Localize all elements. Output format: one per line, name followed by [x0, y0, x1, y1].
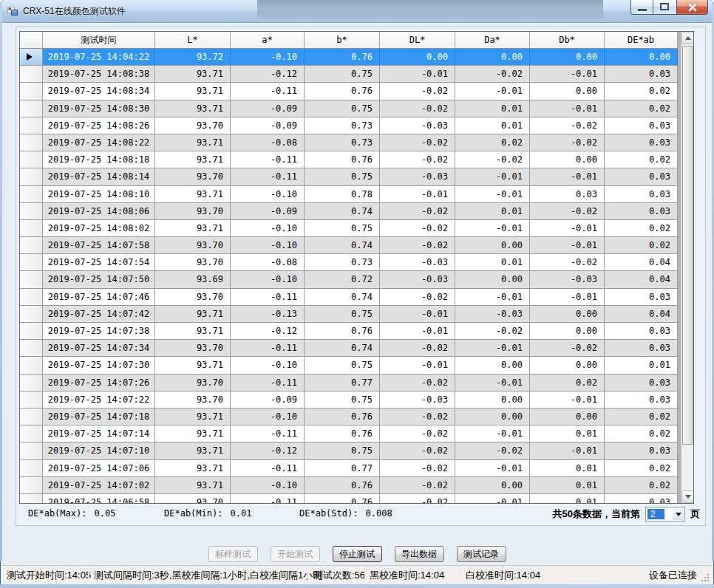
cell[interactable]: 0.02 — [605, 83, 678, 100]
cell[interactable]: -0.01 — [530, 220, 605, 237]
cell[interactable]: 0.73 — [305, 134, 380, 151]
cell[interactable]: 0.76 — [305, 494, 380, 504]
cell[interactable]: 93.71 — [155, 357, 231, 374]
cell[interactable]: 0.03 — [605, 442, 678, 459]
cell[interactable]: 93.71 — [155, 66, 231, 83]
cell[interactable]: -0.11 — [231, 83, 305, 100]
cell[interactable]: 0.03 — [605, 134, 678, 151]
row-selector[interactable] — [20, 271, 43, 288]
table-row[interactable]: 2019-07-25 14:07:5893.70-0.100.74-0.020.… — [20, 237, 678, 254]
cell[interactable]: 0.75 — [305, 442, 380, 459]
cell[interactable]: 0.77 — [305, 375, 380, 392]
cell[interactable]: 2019-07-25 14:08:18 — [43, 151, 155, 168]
row-selector[interactable] — [20, 66, 43, 83]
table-row[interactable]: 2019-07-25 14:08:1493.70-0.110.75-0.03-0… — [20, 168, 678, 185]
cell[interactable]: 93.70 — [155, 117, 231, 134]
row-selector[interactable] — [20, 289, 43, 306]
cell[interactable]: 93.70 — [155, 289, 231, 306]
cell[interactable]: -0.09 — [231, 117, 305, 134]
table-row[interactable]: 2019-07-25 14:07:5093.69-0.100.72-0.030.… — [20, 271, 678, 288]
row-selector[interactable] — [20, 151, 43, 168]
column-header-4[interactable]: DL* — [380, 32, 455, 49]
cell[interactable]: -0.11 — [231, 460, 305, 477]
column-header-6[interactable]: Db* — [530, 32, 605, 49]
cell[interactable]: 93.71 — [155, 425, 231, 442]
cell[interactable]: 2019-07-25 14:08:02 — [43, 220, 155, 237]
table-row[interactable]: 2019-07-25 14:07:2293.70-0.090.75-0.030.… — [20, 392, 678, 408]
cell[interactable]: 93.71 — [155, 151, 231, 168]
cell[interactable]: -0.01 — [530, 237, 605, 254]
page-select[interactable]: 2 — [645, 507, 685, 522]
cell[interactable]: -0.02 — [455, 66, 530, 83]
cell[interactable]: 0.75 — [305, 392, 380, 408]
cell[interactable]: 0.00 — [530, 83, 605, 100]
cell[interactable]: 0.72 — [305, 271, 380, 288]
cell[interactable]: 0.02 — [605, 237, 678, 254]
cell[interactable]: 0.75 — [305, 66, 380, 83]
table-row[interactable]: 2019-07-25 14:08:2693.70-0.090.73-0.030.… — [20, 117, 678, 134]
cell[interactable]: 93.70 — [155, 237, 231, 254]
row-selector[interactable] — [20, 477, 43, 494]
cell[interactable]: 2019-07-25 14:07:30 — [43, 357, 155, 374]
cell[interactable]: 0.78 — [305, 186, 380, 203]
cell[interactable]: -0.02 — [380, 460, 455, 477]
table-row[interactable]: 2019-07-25 14:06:5893.70-0.110.76-0.02-0… — [20, 494, 678, 504]
cell[interactable]: 2019-07-25 14:07:02 — [43, 477, 155, 494]
cell[interactable]: 0.03 — [605, 289, 678, 306]
row-selector[interactable] — [20, 392, 43, 408]
cell[interactable]: 0.04 — [605, 306, 678, 323]
cell[interactable]: 0.00 — [455, 408, 530, 425]
cell[interactable]: 93.70 — [155, 392, 231, 408]
cell[interactable]: -0.01 — [455, 425, 530, 442]
row-selector[interactable] — [20, 442, 43, 459]
cell[interactable]: -0.01 — [455, 340, 530, 357]
cell[interactable]: 0.02 — [605, 408, 678, 425]
cell[interactable]: 0.02 — [605, 477, 678, 494]
cell[interactable]: -0.08 — [231, 134, 305, 151]
cell[interactable]: 2019-07-25 14:07:14 — [43, 425, 155, 442]
cell[interactable]: 2019-07-25 14:07:50 — [43, 271, 155, 288]
cell[interactable]: -0.11 — [231, 494, 305, 504]
cell[interactable]: -0.08 — [231, 254, 305, 271]
cell[interactable]: 0.75 — [305, 168, 380, 185]
cell[interactable]: 0.00 — [455, 357, 530, 374]
cell[interactable]: 93.71 — [155, 460, 231, 477]
cell[interactable]: -0.12 — [231, 66, 305, 83]
table-row[interactable]: 2019-07-25 14:07:4693.70-0.110.74-0.02-0… — [20, 289, 678, 306]
cell[interactable]: 0.75 — [305, 357, 380, 374]
cell[interactable]: 0.75 — [305, 100, 380, 117]
cell[interactable]: 0.74 — [305, 237, 380, 254]
cell[interactable]: 93.70 — [155, 494, 231, 504]
cell[interactable]: 93.70 — [155, 168, 231, 185]
cell[interactable]: -0.03 — [530, 271, 605, 288]
cell[interactable]: 93.71 — [155, 306, 231, 323]
cell[interactable]: 2019-07-25 14:07:54 — [43, 254, 155, 271]
row-selector[interactable] — [20, 460, 43, 477]
cell[interactable]: -0.01 — [530, 168, 605, 185]
cell[interactable]: -0.01 — [455, 83, 530, 100]
cell[interactable]: -0.10 — [231, 408, 305, 425]
cell[interactable]: 0.75 — [305, 220, 380, 237]
maximize-button[interactable] — [653, 0, 676, 15]
cell[interactable]: -0.10 — [231, 186, 305, 203]
cell[interactable]: -0.02 — [380, 408, 455, 425]
cell[interactable]: -0.02 — [380, 289, 455, 306]
cell[interactable]: 0.02 — [605, 460, 678, 477]
cell[interactable]: -0.02 — [380, 494, 455, 504]
table-row[interactable]: 2019-07-25 14:07:1093.71-0.120.75-0.02-0… — [20, 442, 678, 459]
cell[interactable]: 0.04 — [605, 271, 678, 288]
table-row[interactable]: 2019-07-25 14:07:3893.71-0.120.76-0.01-0… — [20, 323, 678, 340]
cell[interactable]: -0.02 — [380, 220, 455, 237]
cell[interactable]: 2019-07-25 14:07:18 — [43, 408, 155, 425]
cell[interactable]: 0.00 — [455, 49, 530, 66]
cell[interactable]: 2019-07-25 14:07:06 — [43, 460, 155, 477]
scroll-up-button[interactable] — [681, 32, 694, 44]
cell[interactable]: -0.11 — [231, 425, 305, 442]
cell[interactable]: -0.02 — [530, 340, 605, 357]
cell[interactable]: 2019-07-25 14:08:30 — [43, 100, 155, 117]
export-data-button[interactable]: 导出数据 — [395, 546, 444, 562]
cell[interactable]: -0.02 — [380, 442, 455, 459]
cell[interactable]: 2019-07-25 14:08:22 — [43, 134, 155, 151]
table-row[interactable]: 2019-07-25 14:07:0293.71-0.100.76-0.020.… — [20, 477, 678, 494]
cell[interactable]: -0.03 — [380, 254, 455, 271]
